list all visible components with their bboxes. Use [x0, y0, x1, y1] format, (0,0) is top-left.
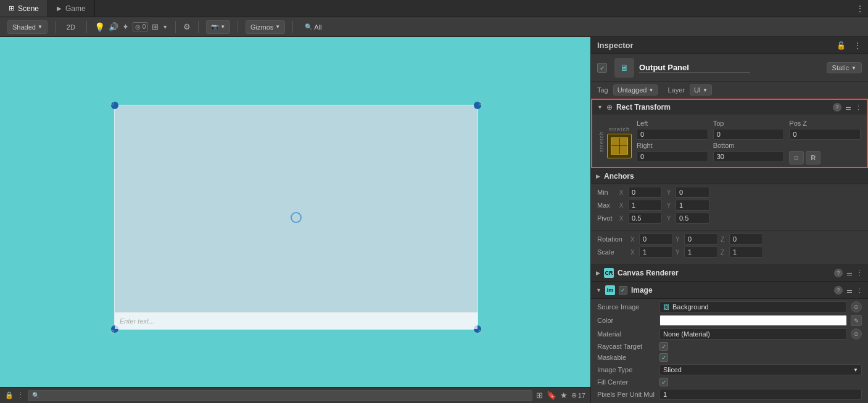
rect-question-icon[interactable]: ?	[833, 103, 841, 112]
star-icon[interactable]: ★	[560, 391, 568, 400]
fill-center-checkbox[interactable]: ✓	[659, 378, 668, 386]
all-dropdown[interactable]: 🔍 All	[300, 20, 326, 34]
2d-button[interactable]: 2D	[63, 20, 79, 34]
rotation-scale-section: Rotation X 0 Y 0 Z 0 Scale	[591, 231, 868, 264]
lock-scene-icon[interactable]: 🔒	[5, 391, 14, 399]
pixels-per-unit-value[interactable]: 1	[659, 389, 862, 400]
tag-layer-row: Tag Untagged ▼ Layer UI ▼	[591, 82, 868, 99]
static-dropdown[interactable]: Static ▼	[827, 62, 862, 73]
active-checkbox[interactable]: ✓	[597, 63, 607, 73]
object-name-input[interactable]	[639, 63, 750, 73]
raycast-target-row: Raycast Target ✓	[597, 342, 862, 351]
material-row: Material None (Material) ⊙	[597, 328, 862, 340]
image-question-icon[interactable]: ?	[834, 286, 843, 295]
pivot-y-axis: Y	[664, 215, 673, 222]
anchor-pivot-x[interactable]: 0.5	[628, 213, 662, 224]
search-input[interactable]: 🔍	[28, 390, 532, 401]
gizmos-dropdown[interactable]: Gizmos ▼	[246, 20, 285, 34]
layer-label: Layer	[668, 86, 685, 94]
inspector-more-icon[interactable]: ⋮	[853, 41, 862, 51]
rect-resize-button[interactable]: ⊡	[789, 151, 804, 165]
anchor-max-y[interactable]: 1	[676, 200, 709, 211]
shaded-dropdown[interactable]: Shaded ▼	[7, 20, 48, 34]
text-input-placeholder[interactable]: Enter text...	[115, 312, 477, 329]
material-pick-button[interactable]: ⊙	[851, 328, 862, 340]
tag-dropdown[interactable]: Untagged ▼	[613, 84, 658, 96]
canvas-renderer-header[interactable]: ▶ CR Canvas Renderer ? ⚌ ⋮	[591, 265, 868, 282]
game-icon: ▶	[57, 5, 62, 12]
layer-dropdown[interactable]: UI ▼	[690, 84, 712, 96]
image-type-dropdown[interactable]: Sliced ▼	[659, 364, 862, 375]
lock-inspector-icon[interactable]: 🔓	[837, 41, 846, 50]
rect-r-button[interactable]: R	[806, 151, 820, 165]
object-header: ✓ 🖥 Static ▼	[591, 54, 868, 82]
maskable-checkbox[interactable]: ✓	[659, 353, 668, 362]
anchors-header[interactable]: ▶ Anchors	[591, 169, 868, 184]
settings-gear-icon[interactable]: ⚙	[183, 22, 191, 31]
scale-x[interactable]: 1	[639, 246, 673, 258]
eyedropper-button[interactable]: ✎	[851, 315, 862, 326]
anchor-max-row: Max X 1 Y 1	[597, 200, 862, 211]
layer-count: ⊕ Canvas Renderer17	[571, 391, 585, 399]
top-value[interactable]: 0	[713, 129, 785, 140]
bottom-label: Bottom	[713, 142, 785, 149]
tab-scene[interactable]: ⊞ Scene	[0, 0, 48, 17]
anchor-widget[interactable]	[607, 134, 632, 158]
light-icon[interactable]: 💡	[94, 22, 105, 32]
scale-z[interactable]: 1	[729, 246, 763, 258]
rotation-y[interactable]: 0	[684, 234, 718, 245]
rotation-x[interactable]: 0	[639, 234, 673, 245]
rect-transform-header[interactable]: ▼ ⊕ Rect Transform ? ⚌ ⋮	[592, 100, 867, 115]
camera-dropdown[interactable]: 📷 ▼	[206, 20, 230, 34]
raycast-target-label: Raycast Target	[597, 343, 656, 350]
grid-icon[interactable]: ⊞	[152, 22, 159, 31]
scale-y[interactable]: 1	[684, 246, 718, 258]
scene-more-icon[interactable]: ⋮	[856, 4, 864, 14]
color-swatch[interactable]	[659, 315, 847, 326]
gizmos-chevron-icon: ▼	[275, 24, 280, 30]
rotation-z[interactable]: 0	[729, 234, 763, 245]
rect-kebab-icon[interactable]: ⋮	[855, 104, 862, 112]
tab-game[interactable]: ▶ Game	[48, 0, 95, 17]
min-y-axis: Y	[664, 189, 673, 196]
posz-value[interactable]: 0	[789, 129, 861, 140]
scale-z-axis: Z	[721, 249, 727, 256]
scale-row: Scale X 1 Y 1 Z 1	[597, 246, 862, 258]
tag-value: Untagged	[618, 86, 647, 94]
grid-more-icon[interactable]: ▼	[162, 24, 168, 30]
pivot-label: Pivot	[597, 214, 614, 222]
audio-icon[interactable]: 🔊	[109, 22, 118, 31]
posz-label: Pos Z	[789, 120, 861, 127]
tag-label: Tag	[597, 86, 608, 94]
max-label: Max	[597, 202, 614, 209]
layers-icon[interactable]: ⊞	[536, 391, 543, 400]
anchor-pivot-y[interactable]: 0.5	[676, 213, 709, 224]
raycast-target-checkbox[interactable]: ✓	[659, 342, 668, 351]
material-value[interactable]: None (Material)	[659, 328, 847, 340]
right-value[interactable]: 0	[637, 151, 708, 162]
static-chevron-icon: ▼	[851, 65, 856, 71]
shaded-label: Shaded	[12, 23, 36, 31]
image-settings-icon[interactable]: ⚌	[846, 287, 853, 295]
canvas-settings-icon[interactable]: ⚌	[846, 269, 853, 277]
image-enabled-checkbox[interactable]: ✓	[619, 286, 627, 295]
more-scene-icon[interactable]: ⋮	[17, 391, 24, 399]
visibility-icon[interactable]: ◎ 0	[133, 22, 148, 31]
left-value[interactable]: 0	[637, 129, 708, 140]
canvas-question-icon[interactable]: ?	[834, 269, 843, 277]
camera-icon: 📷	[211, 23, 218, 30]
bookmark-icon[interactable]: 🔖	[547, 391, 556, 400]
top-label: Top	[713, 120, 785, 127]
bottom-value[interactable]: 30	[713, 151, 785, 162]
effects-icon[interactable]: ✦	[122, 22, 129, 31]
anchor-pivot-row: Pivot X 0.5 Y 0.5	[597, 213, 862, 224]
source-image-pick-button[interactable]: ⊙	[851, 301, 862, 312]
anchor-max-x[interactable]: 1	[628, 200, 662, 211]
anchor-min-x[interactable]: 0	[628, 187, 662, 198]
rect-settings-icon[interactable]: ⚌	[845, 104, 851, 112]
image-header[interactable]: ▼ Im ✓ Image ? ⚌ ⋮	[591, 282, 868, 299]
anchor-min-y[interactable]: 0	[676, 187, 709, 198]
source-image-value[interactable]: 🖼 Background	[659, 301, 847, 312]
canvas-kebab-icon[interactable]: ⋮	[856, 269, 863, 277]
image-kebab-icon[interactable]: ⋮	[856, 287, 863, 295]
